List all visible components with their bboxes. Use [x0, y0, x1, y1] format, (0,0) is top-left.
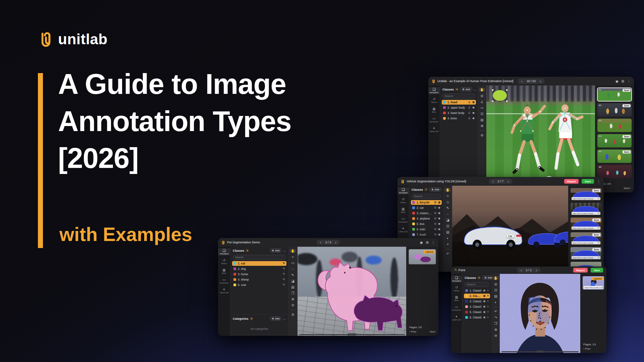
transform-tool-icon[interactable]: ⊡ [494, 288, 497, 292]
sidebar-item-annotation[interactable]: ❏Annotation [397, 187, 409, 194]
sidebar-item-history[interactable]: ↺History [451, 285, 462, 292]
kebab-menu-icon[interactable]: ⋮ [432, 241, 435, 244]
undo-icon[interactable]: ↶ [494, 310, 497, 313]
face-frame-navigator[interactable]: ‹ 1 / 1 › [517, 267, 541, 273]
class-visibility-icon[interactable]: ◉ [483, 295, 486, 297]
ban-tool-icon[interactable]: ⊘ [291, 313, 294, 316]
sidebar-item-comments[interactable]: ▭Comments [428, 116, 440, 123]
rect-tool-icon[interactable]: ▭ [291, 261, 294, 265]
lasso-tool-icon[interactable]: ◌ [447, 212, 449, 216]
class-row[interactable]: 2. upper body ∠ ◉ [442, 105, 476, 110]
sidebar-item-label-llm[interactable]: ✦Label LLM [428, 126, 440, 133]
sidebar-item-annotation[interactable]: ❏Annotation [451, 276, 462, 283]
class-visibility-icon[interactable]: ◉ [472, 106, 475, 109]
crosshair-icon[interactable]: ⌖ [487, 289, 489, 292]
comment-tool-icon[interactable]: ▤ [494, 294, 497, 298]
undo-icon[interactable]: ↶ [446, 252, 449, 256]
class-visibility-icon[interactable]: ◉ [438, 228, 440, 231]
class-row[interactable]: 6. train ⊡ ◉ [411, 227, 442, 232]
copy-icon[interactable]: ❐ [598, 256, 599, 259]
report-button[interactable]: Report [564, 179, 579, 184]
sidebar-item-label-llm[interactable]: ✦Label LLM [451, 314, 462, 321]
pose-frame-navigator[interactable]: ‹ 18 / 52 › [518, 78, 545, 84]
zoom-out-tool-icon[interactable]: ⊖ [494, 334, 497, 338]
hand-tool-icon[interactable]: ✋ [493, 276, 499, 280]
class-search-input[interactable] [412, 194, 441, 199]
pen-icon[interactable]: ✎ [283, 262, 285, 265]
rect-tool-icon[interactable]: ▭ [480, 106, 483, 110]
class-row[interactable]: 3. Class2 ◉ ⌖ [464, 299, 490, 304]
class-visibility-icon[interactable]: ◉ [483, 316, 486, 319]
next-page-button[interactable]: Next [430, 330, 435, 333]
class-row[interactable]: 7. truck ⊡ ◉ [411, 232, 442, 237]
transform-icon[interactable]: ⊡ [434, 201, 436, 204]
sidebar-item-meta[interactable]: ▦Meta [397, 207, 409, 214]
class-visibility-icon[interactable]: ◉ [438, 233, 440, 236]
gallery-thumbnail[interactable]: #1 Seen [597, 88, 632, 101]
wand-tool-icon[interactable]: ✧ [291, 255, 294, 259]
comment-tool-icon[interactable]: ▤ [446, 230, 449, 234]
class-visibility-icon[interactable]: ◉ [483, 305, 486, 308]
pet-frame-navigator[interactable]: ‹ 3 / 3 › [316, 240, 340, 245]
wand-tool-icon[interactable]: ✧ [446, 194, 449, 198]
vehicle-frame-navigator[interactable]: ‹ 2 / 7 › [489, 179, 513, 184]
next-frame-icon[interactable]: › [536, 268, 537, 272]
crosshair-icon[interactable]: ⌖ [487, 300, 489, 303]
class-row[interactable]: 6. Class5 ◉ ⌖ [464, 315, 490, 320]
save-button[interactable]: Save [582, 179, 594, 184]
prev-frame-icon[interactable]: ‹ [521, 268, 522, 272]
skeleton-tool-icon[interactable]: ∠ [481, 100, 484, 104]
transform-icon[interactable]: ⊡ [434, 223, 436, 225]
pen-tool-icon[interactable]: ✎ [446, 206, 449, 210]
class-visibility-icon[interactable]: ◉ [438, 212, 440, 215]
sidebar-item-comments[interactable]: ▭Comments [218, 278, 230, 285]
class-visibility-icon[interactable]: ◉ [438, 206, 440, 209]
class-row[interactable]: 3. horse ✎ [232, 272, 286, 277]
next-frame-icon[interactable]: › [507, 180, 509, 183]
class-search-input[interactable] [465, 282, 489, 287]
class-row[interactable]: 4. Class3 ◉ ⌖ [464, 304, 490, 309]
grid-view-icon[interactable]: ⊞ [426, 241, 429, 244]
gallery-thumbnail[interactable]: #4 Seen [597, 134, 632, 147]
class-row[interactable]: 5. cow ✎ [232, 283, 286, 287]
gallery-thumbnail[interactable]: Seen https://s3.us-east-2.amaz…❐ [571, 218, 601, 230]
target-tool-icon[interactable]: ◎ [481, 94, 484, 98]
pen-icon[interactable]: ✎ [283, 284, 285, 286]
transform-tool-icon[interactable]: ⊡ [446, 224, 449, 228]
class-visibility-icon[interactable]: ◉ [483, 289, 486, 292]
copy-icon[interactable]: ❐ [598, 242, 599, 244]
gallery-thumbnail[interactable]: #5 Seen [597, 149, 632, 163]
class-row[interactable]: 2. dog ✎ [232, 266, 286, 271]
object-label-tag[interactable]: Car [507, 235, 514, 238]
transform-icon[interactable]: ⊡ [434, 233, 436, 236]
class-row[interactable]: 1. Class0 ◉ ⌖ [464, 288, 490, 293]
visibility-icon[interactable]: ◉ [420, 241, 423, 244]
sidebar-item-annotation[interactable]: ❏Annotation [428, 87, 440, 94]
grid-view-icon[interactable]: ⊞ [622, 79, 624, 83]
add-class-button[interactable]: ⊕Add [270, 248, 282, 253]
pen-icon[interactable]: ✎ [283, 273, 285, 276]
sidebar-item-meta[interactable]: ▦Meta [218, 268, 230, 275]
class-row[interactable]: 1. bicycle ⊡ ◉ [411, 200, 442, 205]
sidebar-item-meta[interactable]: ▦Meta [451, 295, 462, 302]
zoom-in-tool-icon[interactable]: ⊕ [481, 124, 483, 128]
kebab-menu-icon[interactable]: ⋮ [627, 79, 631, 83]
class-visibility-icon[interactable]: ◉ [483, 300, 486, 303]
gallery-thumbnail[interactable]: #6 [597, 165, 632, 178]
class-row[interactable]: 4. airplane ⊡ ◉ [411, 216, 442, 221]
visibility-icon[interactable]: ◉ [615, 79, 619, 83]
class-visibility-icon[interactable]: ◉ [472, 117, 475, 120]
transform-icon[interactable]: ⊡ [434, 228, 436, 231]
next-frame-icon[interactable]: › [540, 79, 541, 83]
prev-page-button[interactable]: ‹ Prev [583, 347, 590, 350]
hand-tool-icon[interactable]: ✋ [290, 249, 296, 253]
kebab-menu-icon[interactable]: ⋮ [597, 180, 600, 183]
class-row[interactable]: 3. motorcycle ⊡ ◉ [411, 211, 442, 216]
gallery-thumbnail[interactable]: #3 [597, 119, 632, 132]
copy-tool-icon[interactable]: ❐ [291, 291, 294, 295]
gallery-thumbnail[interactable]: Labeled https://s3.us-east-2.amaz…❐ [583, 276, 604, 290]
zoom-in-tool-icon[interactable]: ⊕ [494, 328, 497, 331]
hand-tool-icon[interactable]: ✋ [479, 88, 485, 92]
gallery-thumbnail[interactable]: https://s3.us-east-2.amaz…❐ [571, 203, 601, 216]
class-search-input[interactable] [442, 94, 475, 99]
